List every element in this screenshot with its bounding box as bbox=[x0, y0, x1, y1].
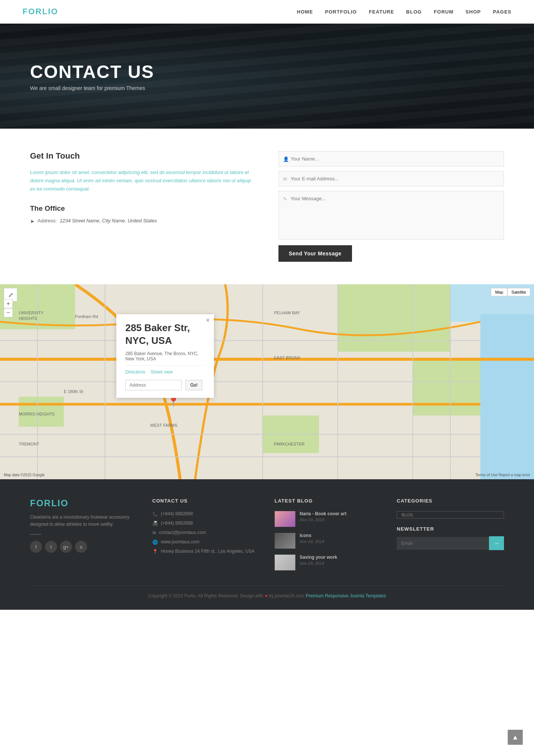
blog-title-1[interactable]: Naria - Book cover art bbox=[300, 511, 347, 516]
svg-text:TREMONT: TREMONT bbox=[19, 442, 39, 446]
footer-logo[interactable]: FORLIO bbox=[30, 498, 137, 508]
footer: FORLIO Cleatskins are a revolutionary fo… bbox=[0, 479, 534, 610]
blog-item-3: Saving your work Nov 24, 2014 bbox=[275, 555, 382, 570]
map-street-view-link[interactable]: Street view bbox=[150, 369, 173, 375]
nav-item-shop[interactable]: SHOP bbox=[466, 9, 481, 15]
phone-icon: 📞 bbox=[152, 512, 158, 517]
blog-thumb-1 bbox=[275, 511, 295, 527]
blog-date-3: Nov 24, 2014 bbox=[300, 561, 337, 566]
nav-item-home[interactable]: HOME bbox=[297, 9, 313, 15]
email-input[interactable] bbox=[278, 171, 504, 186]
blog-item-2: Icons Nov 24, 2014 bbox=[275, 533, 382, 549]
social-icons: f t g+ s bbox=[30, 541, 137, 553]
social-skype-icon[interactable]: s bbox=[75, 541, 87, 553]
svg-text:PARKCHESTER: PARKCHESTER bbox=[274, 442, 305, 446]
map-info-popup: ✕ 285 Baker Str, NYC, USA 285 Baker Aven… bbox=[116, 314, 214, 398]
footer-categories-heading: CATEGORIES bbox=[397, 498, 504, 504]
footer-phone1: 📞 (+844) 8882888 bbox=[152, 511, 260, 517]
social-googleplus-icon[interactable]: g+ bbox=[60, 541, 72, 553]
footer-col-blog: LATEST BLOG Naria - Book cover art Nov 2… bbox=[275, 498, 382, 570]
svg-text:PELHAM BAY: PELHAM BAY bbox=[274, 310, 300, 315]
map-marker[interactable]: 📍 bbox=[167, 396, 179, 408]
newsletter-submit-button[interactable]: → bbox=[489, 536, 504, 550]
blog-info-3: Saving your work Nov 24, 2014 bbox=[300, 555, 337, 566]
map-type-controls: Map Satellite bbox=[491, 288, 530, 296]
map-popup-close-button[interactable]: ✕ bbox=[206, 317, 210, 323]
svg-text:MORRIS HEIGHTS: MORRIS HEIGHTS bbox=[19, 412, 55, 416]
get-in-touch-heading: Get In Touch bbox=[30, 151, 256, 161]
nav-item-portfolio[interactable]: PORTFOLIO bbox=[325, 9, 357, 15]
email-input-wrapper: ✉ bbox=[278, 171, 504, 186]
map-popup-title: 285 Baker Str, NYC, USA bbox=[125, 322, 205, 347]
site-logo[interactable]: FORLIO bbox=[23, 7, 58, 16]
website-icon: 🌐 bbox=[152, 540, 158, 545]
message-textarea-wrapper: ✎ bbox=[278, 191, 504, 241]
email-text: contact@joomlaux.com bbox=[159, 530, 206, 535]
office-title: The Office bbox=[30, 204, 256, 213]
svg-text:HEIGHTS: HEIGHTS bbox=[19, 316, 37, 321]
message-textarea[interactable] bbox=[278, 191, 504, 240]
newsletter-email-input[interactable] bbox=[397, 537, 489, 550]
hero-section: CONTACT US We are small designer team fo… bbox=[0, 24, 534, 129]
map-go-button[interactable]: Go! bbox=[185, 380, 202, 390]
newsletter-form: → bbox=[397, 536, 504, 550]
nav-item-forum[interactable]: FORUM bbox=[434, 9, 454, 15]
heart-icon: ♥ bbox=[265, 593, 267, 598]
send-message-button[interactable]: Send Your Message bbox=[278, 245, 352, 262]
map-background: UNIVERSITY HEIGHTS MORRIS HEIGHTS TREMON… bbox=[0, 284, 534, 479]
footer-col-about: FORLIO Cleatskins are a revolutionary fo… bbox=[30, 498, 137, 570]
blog-title-3[interactable]: Saving your work bbox=[300, 555, 337, 560]
nav-item-feature[interactable]: FEATURE bbox=[369, 9, 394, 15]
footer-copyright-text: Copyright © 2015 Forlio. All Rights Rese… bbox=[148, 593, 263, 598]
svg-text:Fordham Rd: Fordham Rd bbox=[75, 314, 98, 319]
email-icon: ✉ bbox=[152, 530, 156, 536]
blog-item-1: Naria - Book cover art Nov 24, 2014 bbox=[275, 511, 382, 527]
map-popup-links: Directions Street view bbox=[125, 369, 205, 375]
hero-subtitle: We are small designer team for premium T… bbox=[30, 85, 504, 91]
address-text: Honey Business 24 Fifth st., Los Angeles… bbox=[161, 549, 254, 554]
map-type-map-button[interactable]: Map bbox=[491, 288, 507, 296]
blog-date-1: Nov 24, 2014 bbox=[300, 518, 347, 522]
website-text: www.joomlaux.com bbox=[161, 539, 200, 544]
hero-content: CONTACT US We are small designer team fo… bbox=[30, 62, 504, 91]
map-zoom-out-button[interactable]: − bbox=[4, 308, 13, 317]
map-pin-icon: 📍 bbox=[152, 549, 158, 554]
nav-item-blog[interactable]: BLOG bbox=[406, 9, 422, 15]
svg-text:EAST BRONX: EAST BRONX bbox=[274, 356, 301, 360]
footer-contact-heading: CONTACT US bbox=[152, 498, 260, 504]
newsletter-heading: NEWSLETTER bbox=[397, 526, 504, 532]
address-label: Address: bbox=[38, 218, 57, 224]
blog-title-2[interactable]: Icons bbox=[300, 533, 324, 538]
footer-by-text: by joomlaUX.com bbox=[269, 593, 304, 598]
footer-contact-list: 📞 (+844) 8882888 📠 (+844) 8882888 ✉ cont… bbox=[152, 511, 260, 554]
svg-text:UNIVERSITY: UNIVERSITY bbox=[19, 310, 44, 315]
social-twitter-icon[interactable]: t bbox=[45, 541, 57, 553]
office-address: ➤ Address: 1234 Street Name, City Name, … bbox=[30, 218, 256, 224]
contact-form: 👤 ✉ ✎ Send Your Message bbox=[278, 151, 504, 262]
map-data-label: Map data ©2015 Google bbox=[4, 473, 45, 477]
header: FORLIO HOME PORTFOLIO FEATURE BLOG FORUM… bbox=[0, 0, 534, 24]
footer-blog-heading: LATEST BLOG bbox=[275, 498, 382, 504]
category-blog-badge[interactable]: BLOG bbox=[397, 511, 504, 519]
blog-thumb-3 bbox=[275, 555, 295, 570]
footer-col-contact: CONTACT US 📞 (+844) 8882888 📠 (+844) 888… bbox=[152, 498, 260, 570]
footer-divider bbox=[30, 534, 41, 535]
svg-text:E 180th St: E 180th St bbox=[64, 389, 83, 394]
map-directions-link[interactable]: Directions bbox=[125, 369, 145, 375]
svg-text:WEST FARMS: WEST FARMS bbox=[150, 423, 177, 428]
map-zoom-in-button[interactable]: + bbox=[4, 299, 13, 308]
map-address-input[interactable] bbox=[125, 380, 182, 390]
main-nav: HOME PORTFOLIO FEATURE BLOG FORUM SHOP P… bbox=[297, 9, 511, 15]
footer-tagline: Cleatskins are a revolutionary footwear … bbox=[30, 514, 137, 528]
footer-fax: 📠 (+844) 8882888 bbox=[152, 520, 260, 526]
social-facebook-icon[interactable]: f bbox=[30, 541, 42, 553]
name-input[interactable] bbox=[278, 151, 504, 166]
footer-grid: FORLIO Cleatskins are a revolutionary fo… bbox=[30, 498, 504, 570]
footer-joomla-link[interactable]: Premium Responsive Joomla Templates bbox=[306, 593, 386, 598]
map-zoom-controls: + − bbox=[4, 299, 13, 317]
contact-left-panel: Get In Touch Lorem ipsum dolor sit amet,… bbox=[30, 151, 256, 262]
nav-item-pages[interactable]: PAGES bbox=[493, 9, 511, 15]
map-type-satellite-button[interactable]: Satellite bbox=[507, 288, 530, 296]
footer-blog-items: Naria - Book cover art Nov 24, 2014 Icon… bbox=[275, 511, 382, 570]
map-terms-label: Terms of Use Report a map error bbox=[475, 473, 530, 477]
